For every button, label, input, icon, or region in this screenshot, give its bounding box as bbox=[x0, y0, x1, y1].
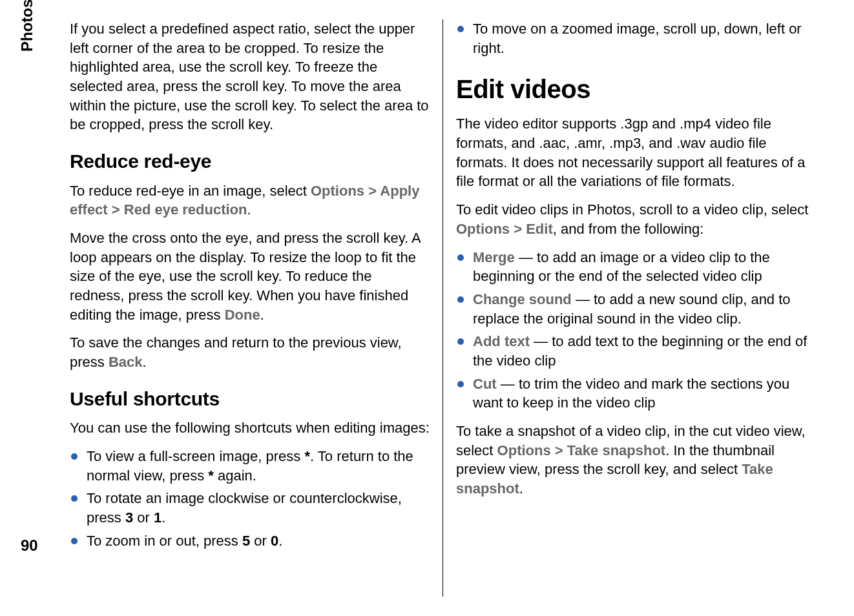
list-item: Add text — to add text to the beginning … bbox=[456, 332, 815, 370]
list-item: Change sound — to add a new sound clip, … bbox=[456, 290, 815, 328]
text: . bbox=[519, 480, 523, 497]
text: . bbox=[161, 509, 165, 526]
list-item: Cut — to trim the video and mark the sec… bbox=[456, 375, 815, 413]
list-item: To rotate an image clockwise or counterc… bbox=[70, 489, 430, 527]
list-item: To view a full-screen image, press *. To… bbox=[70, 447, 430, 485]
shortcuts-list-continued: To move on a zoomed image, scroll up, do… bbox=[456, 19, 815, 57]
menu-red-eye-reduction: Red eye reduction bbox=[124, 201, 247, 218]
menu-options: Options bbox=[311, 183, 364, 199]
separator: > bbox=[108, 201, 124, 218]
crop-paragraph: If you select a predefined aspect ratio,… bbox=[70, 19, 430, 134]
menu-options: Options bbox=[456, 221, 510, 237]
key-5: 5 bbox=[242, 533, 250, 549]
menu-back: Back bbox=[109, 354, 143, 370]
text: . bbox=[247, 201, 251, 218]
list-item: To zoom in or out, press 5 or 0. bbox=[70, 531, 430, 551]
left-column: If you select a predefined aspect ratio,… bbox=[70, 19, 443, 597]
text: To zoom in or out, press bbox=[87, 533, 242, 549]
edit-videos-select: To edit video clips in Photos, scroll to… bbox=[456, 200, 815, 238]
heading-reduce-redeye: Reduce red-eye bbox=[70, 149, 430, 175]
list-item: To move on a zoomed image, scroll up, do… bbox=[456, 19, 815, 57]
heading-useful-shortcuts: Useful shortcuts bbox=[70, 386, 430, 413]
menu-change-sound: Change sound bbox=[473, 291, 572, 307]
edit-videos-formats: The video editor supports .3gp and .mp4 … bbox=[456, 114, 815, 191]
text: . bbox=[278, 533, 282, 549]
redeye-back-paragraph: To save the changes and return to the pr… bbox=[70, 333, 430, 371]
separator: > bbox=[364, 183, 380, 199]
text: or bbox=[250, 533, 271, 549]
page-number: 90 bbox=[21, 537, 38, 555]
text: To edit video clips in Photos, scroll to… bbox=[456, 201, 808, 218]
text: , and from the following: bbox=[553, 221, 704, 237]
text: or bbox=[133, 509, 154, 526]
menu-cut: Cut bbox=[473, 376, 497, 392]
key-1: 1 bbox=[154, 509, 161, 526]
key-star: * bbox=[208, 467, 214, 484]
redeye-steps-paragraph: Move the cross onto the eye, and press t… bbox=[70, 229, 430, 324]
heading-edit-videos: Edit videos bbox=[456, 72, 815, 107]
text: — to add an image or a video clip to the… bbox=[473, 249, 770, 285]
right-column: To move on a zoomed image, scroll up, do… bbox=[443, 19, 815, 597]
text: To reduce red-eye in an image, select bbox=[70, 183, 311, 199]
separator: > bbox=[551, 442, 567, 458]
list-item: Merge — to add an image or a video clip … bbox=[456, 248, 815, 286]
menu-add-text: Add text bbox=[473, 333, 530, 349]
section-label: Photos bbox=[18, 0, 36, 52]
menu-take-snapshot: Take snapshot bbox=[567, 442, 665, 458]
edit-options-list: Merge — to add an image or a video clip … bbox=[456, 248, 815, 413]
menu-merge: Merge bbox=[473, 249, 515, 265]
separator: > bbox=[510, 221, 526, 237]
key-3: 3 bbox=[125, 509, 133, 526]
key-0: 0 bbox=[271, 533, 278, 549]
menu-edit: Edit bbox=[526, 221, 553, 237]
page-content: If you select a predefined aspect ratio,… bbox=[70, 19, 815, 597]
text: To view a full-screen image, press bbox=[87, 448, 304, 464]
snapshot-paragraph: To take a snapshot of a video clip, in t… bbox=[456, 422, 815, 498]
text: — to trim the video and mark the section… bbox=[473, 376, 789, 411]
redeye-select-paragraph: To reduce red-eye in an image, select Op… bbox=[70, 181, 430, 220]
menu-options: Options bbox=[497, 442, 551, 458]
text: . bbox=[143, 354, 147, 370]
shortcuts-intro: You can use the following shortcuts when… bbox=[70, 418, 430, 438]
menu-done: Done bbox=[225, 307, 260, 323]
key-star: * bbox=[304, 448, 310, 464]
text: . bbox=[260, 307, 264, 323]
shortcuts-list: To view a full-screen image, press *. To… bbox=[70, 447, 430, 550]
text: again. bbox=[214, 467, 256, 484]
